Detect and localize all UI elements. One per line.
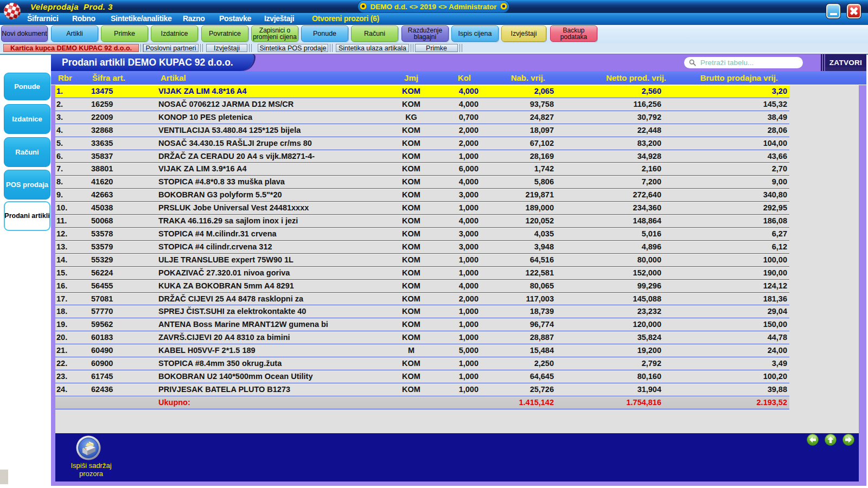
cell: 28,887 [488,331,564,344]
document-tab-separator [330,44,333,52]
toolbar-button-4[interactable]: Povratnice [201,25,248,42]
nav-up-button[interactable] [825,434,837,446]
table-row-23[interactable]: 23.61745BOKOBRAN U2 140*500mm Ocean Util… [55,370,789,383]
toolbar-button-6[interactable]: Ponude [301,25,348,42]
table-row-12[interactable]: 12.53578STOPICA #4 M.cilindr.31 crvenaKO… [55,228,789,241]
menu-item-1[interactable]: Robno [72,13,95,25]
column-header-6[interactable]: Netto prod. vrij. [564,71,673,85]
toolbar-button-10[interactable]: Izvještaji [501,25,546,42]
menu-item-0[interactable]: Šifrarnici [27,13,59,25]
cell: KG [396,111,426,124]
document-tab-5[interactable]: Primke [415,44,458,52]
table-row-4[interactable]: 4.32868VENTILACIJA 53.480.84 125*125 bij… [55,124,789,137]
menu-item-6[interactable]: Otvoreni prozori (6) [312,13,379,25]
table-row-5[interactable]: 5.33635NOSAČ 34.430.15 RAŠLJI 2rupe cr/m… [55,137,789,150]
cell: 1,000 [426,305,488,318]
table-row-6[interactable]: 6.35837DRŽAČ ZA CERADU 20 A4 s vijk.M827… [55,150,789,163]
document-tab-2[interactable]: Izvještaji [206,44,247,52]
table-row-20[interactable]: 20.60183ZAVRŠ.CIJEVI 20 A4 8310 za bimin… [55,331,789,344]
toolbar-button-8[interactable]: Razduženje blagajni [401,25,449,42]
table-row-13[interactable]: 13.53579STOPICA #4 cilindr.crvena 312KOM… [55,241,789,254]
minimize-button[interactable] [826,4,840,18]
toolbar-button-3[interactable]: Izdatnice [151,25,198,42]
print-window-button[interactable] [76,435,101,460]
cell: KOM [396,124,426,137]
cell: BOKOBRAN U2 140*500mm Ocean Utility [156,370,396,383]
cell: KOM [396,241,426,253]
toolbar-button-5[interactable]: Zapisnici o promjeni cijena [251,25,298,42]
session-dot-left-icon [360,3,367,10]
close-button[interactable] [847,4,861,18]
cell: ULJE TRANSLUBE expert 75W90 1L [156,254,396,266]
cell: 38801 [87,163,156,175]
cell: 100,20 [673,370,789,383]
table-row-7[interactable]: 7.38801VIJAK ZA LIM 3.9*16 A4KOM6,0001,7… [55,163,789,176]
table-row-11[interactable]: 11.50068TRAKA 46.116.29 sa sajlom inox i… [55,215,789,228]
column-header-0[interactable]: Rbr [55,71,87,85]
cell: 4,000 [426,85,488,98]
cell: 100,00 [673,254,789,266]
table-row-2[interactable]: 2.16259NOSAČ 0706212 JARMA D12 MS/CRKOM4… [55,98,789,111]
table-row-10[interactable]: 10.45038PRSLUK Jobe Universal Vest 24481… [55,202,789,215]
search-input[interactable]: Pretraži tabelu... [684,57,803,68]
table-row-21[interactable]: 21.60490KABEL H05VV-F 2*1.5 189M5,00015,… [55,344,789,357]
table-row-3[interactable]: 3.22009KONOP 10 PES pletenicaKG0,70024,8… [55,111,789,124]
table-row-9[interactable]: 9.42663BOKOBRAN G3 polyform 5.5"*20KOM3,… [55,189,789,202]
menu-item-5[interactable]: Izvještaji [264,13,294,25]
toolbar-button-7[interactable]: Računi [351,25,398,42]
table-row-24[interactable]: 24.62436PRIVJESAK BATELA PLUTO B1273KOM1… [55,383,789,396]
column-header-7[interactable]: Brutto prodajna vrij. [673,71,789,85]
cell: 124,12 [673,280,789,292]
cell: 34,928 [564,150,673,163]
zatvori-close-panel-button[interactable]: ZATVORI [825,54,866,71]
toolbar-button-11[interactable]: Backup podataka [550,25,597,42]
column-header-4[interactable]: Kol [426,71,488,85]
column-header-1[interactable]: Šifra art. [87,71,156,85]
cell: KOM [396,137,426,150]
cell: ANTENA Boss Marine MRANT12W gumena bi [156,318,396,331]
table-row-8[interactable]: 8.41620STOPICA #4.8*0.8 33 muška plavaKO… [55,176,789,189]
table-row-22[interactable]: 22.60900STOPICA #8.4mm 350 okrug.žutaKOM… [55,357,789,370]
column-header-2[interactable]: Artikal [156,71,396,85]
sidebar-tab-1[interactable]: Izdatnice [4,104,50,134]
cell: KOM [396,280,426,292]
table-row-18[interactable]: 18.57770SPREJ ČIST.SUHI za elektrokontak… [55,305,789,318]
cell: 2,065 [488,85,564,98]
cell: 117,003 [488,293,564,305]
document-tab-3[interactable]: Sintetika POS prodaje [258,44,328,52]
toolbar-button-2[interactable]: Primke [101,25,148,42]
table-row-15[interactable]: 15.56224POKAZIVAČ 27.320.01 nivoa goriva… [55,267,789,280]
sidebar-tab-4[interactable]: Prodani artikli [4,201,50,231]
menu-item-3[interactable]: Razno [183,13,205,25]
cell: 96,774 [488,318,564,331]
document-tab-4[interactable]: Sintetika ulaza artikala [336,44,409,52]
table-row-17[interactable]: 17.57081DRŽAČ CIJEVI 25 A4 8478 rasklopn… [55,293,789,306]
column-header-3[interactable]: Jmj [396,71,426,85]
document-tab-1[interactable]: Poslovni partneri [143,44,199,52]
search-icon [689,59,696,66]
table-row-1[interactable]: 1.13475VIJAK ZA LIM 4.8*16 A4KOM4,0002,0… [55,85,789,98]
toolbar-button-1[interactable]: Artikli [51,25,98,42]
column-header-5[interactable]: Nab. vrij. [488,71,564,85]
cell: 14. [55,254,87,266]
cell: 5,000 [426,344,488,357]
cell: 4,035 [488,228,564,240]
sidebar-tab-2[interactable]: Računi [4,137,50,167]
cell: 4,000 [426,280,488,292]
cell: 189,000 [488,202,564,214]
table-row-14[interactable]: 14.55329ULJE TRANSLUBE expert 75W90 1LKO… [55,254,789,267]
toolbar-button-9[interactable]: Ispis cijena [451,25,499,42]
totals-cell: 1.415,142 [488,396,564,409]
table-row-16[interactable]: 16.56455KUKA ZA BOKOBRAN 5mm A4 8291KOM4… [55,280,789,293]
sidebar-tab-0[interactable]: Ponude [4,73,50,100]
document-tab-0[interactable]: Kartica kupca DEMO KUPAC 92 d.o.o. [3,44,139,52]
menu-item-4[interactable]: Postavke [219,13,251,25]
nav-right-button[interactable] [843,434,854,446]
nav-left-button[interactable] [807,434,819,446]
sidebar-tab-3[interactable]: POS prodaja [4,170,50,200]
table-row-19[interactable]: 19.59562ANTENA Boss Marine MRANT12W gume… [55,318,789,331]
cell: 6,12 [673,241,789,253]
menu-item-2[interactable]: Sintetike/analitike [111,13,172,25]
toolbar-button-0[interactable]: Novi dokument [1,25,48,42]
cell: ZAVRŠ.CIJEVI 20 A4 8310 za bimini [156,331,396,344]
